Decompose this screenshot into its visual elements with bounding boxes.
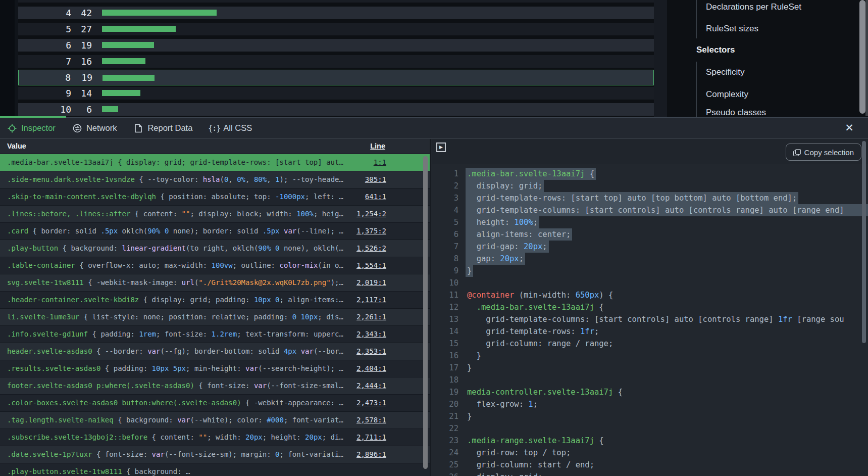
- line-number[interactable]: 17: [432, 362, 458, 374]
- table-row[interactable]: .info.svelte-gd1unf { padding: 1rem; fon…: [0, 326, 430, 343]
- line-link[interactable]: 1:1: [374, 154, 386, 171]
- code-scrollbar[interactable]: [862, 141, 866, 343]
- sidebar-item-pseudo-classes[interactable]: Pseudo classes: [706, 108, 766, 118]
- chart-row[interactable]: 716: [18, 55, 654, 68]
- close-panel-button[interactable]: ✕: [842, 121, 856, 135]
- line-link[interactable]: 2,578:1: [356, 412, 386, 429]
- table-row[interactable]: .tag.length.svelte-naikeq { background: …: [0, 412, 430, 429]
- code-token: -1000px: [275, 193, 305, 201]
- line-link[interactable]: 1,554:1: [356, 257, 386, 274]
- line-number[interactable]: 11: [432, 289, 458, 301]
- line-number[interactable]: 14: [432, 325, 458, 338]
- code-token: (min-width:: [514, 291, 575, 300]
- tab-all-css[interactable]: {:}All CSS: [210, 123, 252, 133]
- code-token: .info.svelte-gd1unf: [7, 330, 88, 338]
- code-token: .color-boxes.svelte-asdas0 button:where(…: [7, 399, 241, 407]
- table-scrollbar[interactable]: [423, 156, 428, 469]
- tab-network[interactable]: Network: [73, 123, 117, 133]
- line-number[interactable]: 1: [432, 168, 458, 180]
- line-number[interactable]: 15: [432, 338, 458, 350]
- line-number[interactable]: 23: [432, 435, 458, 447]
- line-link[interactable]: 1,526:2: [356, 240, 386, 257]
- line-number[interactable]: 6: [432, 228, 458, 241]
- page-scrollbar[interactable]: [859, 0, 865, 114]
- line-link[interactable]: 2,711:1: [356, 429, 386, 446]
- line-number[interactable]: 21: [432, 410, 458, 422]
- rule-preview: li.svelte-1ume3ur { list-style: none; po…: [7, 309, 386, 325]
- code-token: [296, 347, 300, 355]
- line-number[interactable]: 16: [432, 350, 458, 362]
- line-link[interactable]: 1,375:2: [356, 223, 386, 240]
- code-token: ,: [267, 175, 275, 183]
- table-row[interactable]: .skip-to-main-content.svelte-dbylqh { po…: [0, 188, 430, 206]
- line-number[interactable]: 8: [432, 253, 458, 265]
- line-number[interactable]: 3: [432, 192, 458, 204]
- table-row[interactable]: .card { border: solid .5px oklch(90% 0 n…: [0, 223, 430, 240]
- table-row[interactable]: .table-container { overflow-x: auto; max…: [0, 257, 430, 274]
- chart-row[interactable]: 527: [18, 23, 654, 35]
- table-row[interactable]: header.svelte-asdas0 { --border: var(--f…: [0, 343, 430, 360]
- chart-row[interactable]: 914: [18, 87, 654, 100]
- table-row[interactable]: .media-bar.svelte-13aai7j { display: gri…: [0, 154, 430, 171]
- table-row[interactable]: li.svelte-1ume3ur { list-style: none; po…: [0, 309, 430, 326]
- line-number[interactable]: 22: [432, 422, 458, 435]
- table-row[interactable]: .results.svelte-asdas0 { padding: 10px 5…: [0, 360, 430, 377]
- code-line: 24 grid-row: top / top;: [432, 447, 868, 459]
- report-icon: [134, 124, 143, 133]
- line-number[interactable]: 9: [432, 265, 458, 277]
- line-link[interactable]: 2,019:1: [356, 274, 386, 291]
- line-number[interactable]: 5: [432, 216, 458, 228]
- line-number[interactable]: 7: [432, 241, 458, 253]
- table-row[interactable]: .subscribe.svelte-13gboj2::before { cont…: [0, 429, 430, 446]
- line-link[interactable]: 641:1: [365, 188, 386, 205]
- line-link[interactable]: 305:1: [365, 171, 386, 188]
- line-number[interactable]: 12: [432, 301, 458, 313]
- sidebar-item-complexity[interactable]: Complexity: [706, 89, 748, 100]
- table-row[interactable]: .play-button { background: linear-gradie…: [0, 240, 430, 257]
- line-number[interactable]: 24: [432, 447, 458, 459]
- line-number[interactable]: 19: [432, 386, 458, 398]
- tab-report-data[interactable]: Report Data: [134, 123, 192, 133]
- chart-row[interactable]: 442: [18, 7, 654, 19]
- line-number[interactable]: 18: [432, 374, 458, 386]
- chart-row[interactable]: 3: [18, 0, 654, 3]
- chart-row[interactable]: 619: [18, 39, 654, 52]
- line-number[interactable]: 10: [432, 277, 458, 289]
- table-row[interactable]: .color-boxes.svelte-asdas0 button:where(…: [0, 395, 430, 412]
- line-link[interactable]: 2,117:1: [356, 292, 386, 308]
- sidebar-item-specificity[interactable]: Specificity: [706, 67, 745, 77]
- line-column-header[interactable]: Line: [370, 142, 385, 150]
- line-link[interactable]: 2,353:1: [356, 343, 386, 360]
- table-row[interactable]: .lines::before, .lines::after { content:…: [0, 206, 430, 223]
- sidebar-group-heading[interactable]: Selectors: [696, 45, 735, 55]
- line-link[interactable]: 2,444:1: [356, 377, 386, 394]
- table-row[interactable]: .side-menu.dark.svelte-1vsndze { --toy-c…: [0, 171, 430, 188]
- line-link[interactable]: 2,404:1: [356, 360, 386, 377]
- sidebar-item-ruleset-sizes[interactable]: RuleSet sizes: [706, 24, 758, 34]
- copy-selection-button[interactable]: Copy selection: [786, 144, 861, 161]
- line-number[interactable]: 25: [432, 459, 458, 471]
- chart-row[interactable]: 819: [18, 70, 654, 85]
- line-link[interactable]: 2,473:1: [356, 395, 386, 411]
- table-row[interactable]: .play-button.svelte-1tw8111 { background…: [0, 463, 430, 476]
- sidebar-item-declarations-per-ruleset[interactable]: Declarations per RuleSet: [706, 2, 801, 12]
- table-row[interactable]: .header-container.svelte-kbdi8z { displa…: [0, 292, 430, 309]
- tab-inspector[interactable]: Inspector: [8, 123, 56, 133]
- table-row[interactable]: .date.svelte-1p7tuxr { font-size: var(--…: [0, 446, 430, 463]
- line-link[interactable]: 1,254:2: [356, 206, 386, 222]
- line-number[interactable]: 2: [432, 180, 458, 192]
- line-number[interactable]: 13: [432, 313, 458, 325]
- line-number[interactable]: 20: [432, 398, 458, 410]
- line-link[interactable]: 2,261:1: [356, 309, 386, 325]
- line-number[interactable]: 26: [432, 471, 458, 476]
- code-editor[interactable]: 1.media-bar.svelte-13aai7j {2 display: g…: [432, 164, 868, 476]
- toggle-sidebar-icon[interactable]: ▶: [436, 142, 446, 152]
- table-row[interactable]: footer.svelte-asdas0 p:where(.svelte-asd…: [0, 377, 430, 395]
- line-link[interactable]: 2,896:1: [356, 446, 386, 463]
- line-link[interactable]: 2,343:1: [356, 326, 386, 343]
- table-row[interactable]: svg.svelte-1tw8111 { -webkit-mask-image:…: [0, 274, 430, 292]
- line-number[interactable]: 4: [432, 204, 458, 216]
- chart-row[interactable]: 106: [18, 103, 654, 116]
- code-token: { font-size:: [194, 382, 254, 390]
- page-scrollbar-track: [865, 0, 868, 116]
